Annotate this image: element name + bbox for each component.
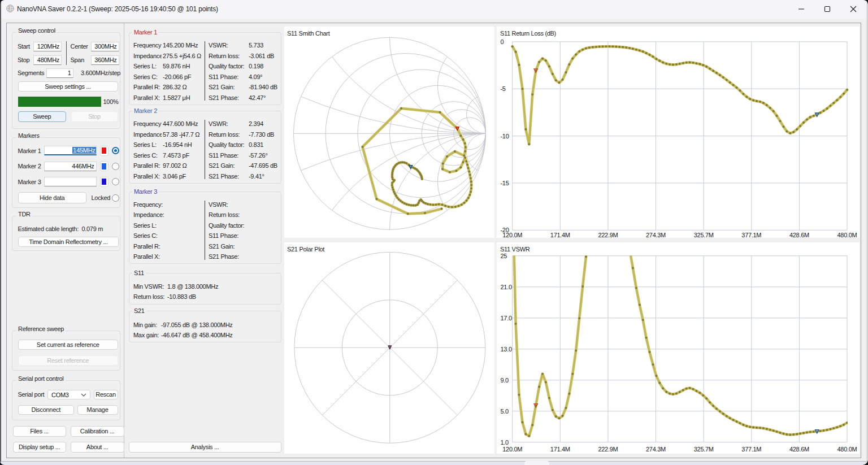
- svg-text:274.3M: 274.3M: [646, 446, 666, 453]
- svg-text:377.1M: 377.1M: [741, 446, 761, 453]
- svg-text:222.9M: 222.9M: [598, 446, 618, 453]
- svg-text:13.0: 13.0: [501, 346, 512, 353]
- svg-text:25: 25: [501, 253, 507, 259]
- svg-text:171.4M: 171.4M: [550, 446, 570, 453]
- svg-text:21.0: 21.0: [501, 284, 512, 290]
- svg-text:428.6M: 428.6M: [789, 446, 809, 453]
- svg-text:17.0: 17.0: [501, 315, 512, 321]
- svg-text:5.0: 5.0: [501, 408, 509, 415]
- svg-text:120.0M: 120.0M: [502, 446, 522, 453]
- svg-text:325.7M: 325.7M: [694, 446, 714, 453]
- svg-text:480.0M: 480.0M: [837, 446, 857, 453]
- svg-text:9.0: 9.0: [501, 377, 509, 384]
- svg-text:1.0: 1.0: [501, 439, 509, 446]
